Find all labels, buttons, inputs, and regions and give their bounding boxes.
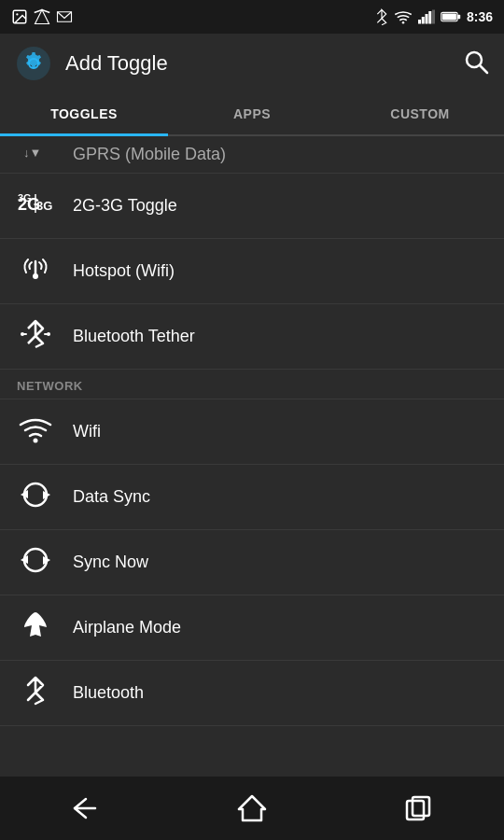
- gprs-partial-item[interactable]: ↓▼ GPRS (Mobile Data): [0, 136, 504, 174]
- svg-point-23: [34, 438, 38, 442]
- airplane-label: Airplane Mode: [73, 618, 181, 637]
- battery-icon: [441, 10, 461, 23]
- airplane-icon: [17, 609, 54, 648]
- svg-text:↓▼: ↓▼: [23, 146, 41, 160]
- svg-rect-10: [457, 15, 460, 20]
- home-button[interactable]: [224, 790, 280, 827]
- tab-apps[interactable]: APPS: [168, 93, 336, 134]
- gallery-icon: [11, 8, 28, 25]
- status-bar: 8:36: [0, 0, 504, 34]
- status-time: 8:36: [467, 9, 493, 24]
- network-section-header: NETWORK: [0, 370, 504, 399]
- recents-button[interactable]: [392, 790, 448, 827]
- status-bar-left: [11, 8, 73, 25]
- app-settings-icon: [15, 45, 52, 82]
- wifi-label: Wifi: [73, 422, 101, 441]
- list-item-hotspot[interactable]: Hotspot (Wifi): [0, 239, 504, 304]
- svg-point-3: [402, 21, 405, 24]
- status-bar-right: 8:36: [375, 8, 493, 25]
- svg-rect-11: [442, 13, 456, 20]
- bluetooth-status-icon: [375, 8, 388, 25]
- list-item-data-sync[interactable]: Data Sync: [0, 465, 504, 530]
- hotspot-label: Hotspot (Wifi): [73, 261, 175, 281]
- tab-toggles[interactable]: TOGGLES: [0, 93, 168, 134]
- 2g3g-label: 2G-3G Toggle: [73, 196, 177, 216]
- tabs-bar: TOGGLES APPS CUSTOM: [0, 93, 504, 136]
- app-bar: Add Toggle: [0, 34, 504, 93]
- svg-rect-8: [432, 10, 435, 24]
- list-item-airplane[interactable]: Airplane Mode: [0, 595, 504, 661]
- bt-tether-icon: [17, 317, 54, 357]
- svg-line-14: [480, 65, 487, 73]
- list-container: ↓▼ GPRS (Mobile Data) 2G 3G 3G 2G-3G Tog…: [0, 136, 504, 726]
- svg-point-1: [16, 13, 18, 15]
- bluetooth-label: Bluetooth: [73, 683, 144, 703]
- bottom-nav: [0, 777, 504, 840]
- list-item-bt-tether[interactable]: Bluetooth Tether: [0, 304, 504, 370]
- app-bar-left: Add Toggle: [15, 45, 168, 82]
- svg-point-21: [21, 332, 24, 336]
- sync-now-label: Sync Now: [73, 553, 148, 572]
- svg-marker-29: [239, 796, 265, 820]
- svg-point-22: [47, 332, 50, 336]
- search-button[interactable]: [463, 49, 489, 78]
- bluetooth-icon: [17, 674, 54, 713]
- svg-rect-7: [428, 11, 431, 24]
- svg-point-20: [33, 273, 38, 279]
- tab-custom[interactable]: CUSTOM: [336, 93, 504, 134]
- sync-now-icon: [17, 543, 54, 582]
- list-item-bluetooth[interactable]: Bluetooth: [0, 661, 504, 726]
- back-button[interactable]: [56, 790, 112, 827]
- signal-bars-icon: [34, 8, 50, 25]
- svg-rect-5: [422, 17, 425, 24]
- gmail-icon: [56, 10, 73, 23]
- list-item-2g3g[interactable]: 2G 3G 3G 2G-3G Toggle: [0, 174, 504, 239]
- recents-icon: [405, 795, 435, 821]
- gprs-label: GPRS (Mobile Data): [73, 145, 226, 164]
- wifi-icon: [17, 415, 54, 449]
- data-sync-label: Data Sync: [73, 487, 150, 507]
- list-item-sync-now[interactable]: Sync Now: [0, 530, 504, 595]
- list-item-wifi[interactable]: Wifi: [0, 399, 504, 465]
- hotspot-icon: [17, 252, 54, 291]
- search-icon: [463, 49, 489, 75]
- back-icon: [67, 795, 101, 821]
- svg-text:3G: 3G: [36, 199, 52, 213]
- svg-rect-4: [418, 20, 421, 24]
- home-icon: [237, 794, 267, 822]
- wifi-status-icon: [394, 9, 413, 24]
- bt-tether-label: Bluetooth Tether: [73, 327, 195, 346]
- data-sync-icon: [17, 478, 54, 517]
- 2g3g-icon: 2G 3G 3G: [17, 189, 54, 223]
- app-bar-title: Add Toggle: [65, 51, 168, 76]
- gprs-icon: ↓▼: [17, 138, 54, 172]
- cell-signal-icon: [418, 9, 435, 24]
- svg-text:3G: 3G: [18, 192, 32, 203]
- svg-rect-6: [425, 14, 427, 24]
